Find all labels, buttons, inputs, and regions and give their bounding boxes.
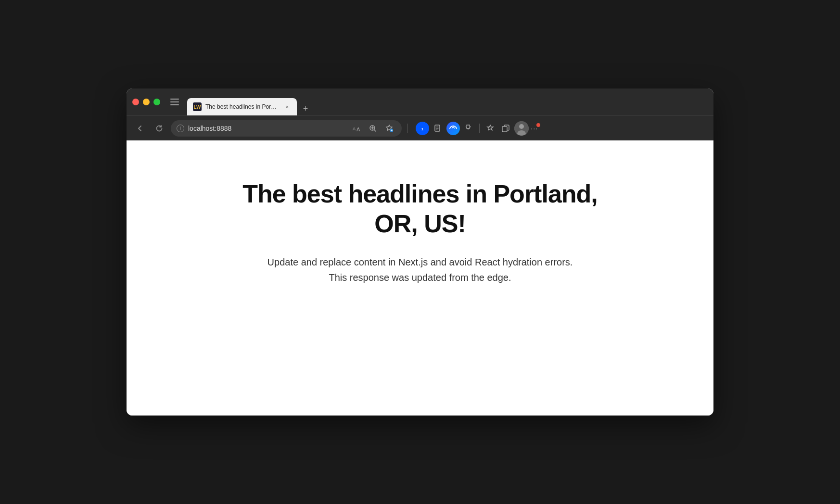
browser-window: LW The best headlines in Portlan × + i	[127, 88, 713, 416]
maximize-button[interactable]	[153, 99, 160, 105]
page-heading: The best headlines in Portland, OR, US!	[223, 179, 617, 239]
address-actions: A A +	[350, 122, 396, 135]
notification-badge	[536, 123, 540, 127]
back-button[interactable]	[132, 121, 148, 136]
bookmark-button[interactable]: +	[382, 122, 396, 135]
content-inner: The best headlines in Portland, OR, US! …	[204, 179, 636, 285]
onepassword-extension-icon[interactable]: 1	[416, 122, 429, 135]
extensions-area: 1	[416, 121, 538, 136]
page-description: Update and replace content in Next.js an…	[223, 254, 617, 285]
info-icon: i	[177, 125, 184, 132]
svg-rect-0	[170, 99, 179, 100]
svg-text:+: +	[391, 129, 393, 132]
toolbar-divider	[407, 124, 408, 133]
zoom-button[interactable]	[366, 122, 380, 135]
user-avatar[interactable]	[514, 121, 529, 136]
svg-rect-1	[170, 101, 179, 102]
page-content: The best headlines in Portland, OR, US! …	[127, 140, 713, 416]
tab-title: The best headlines in Portlan	[205, 103, 278, 110]
tab-favicon: LW	[193, 102, 202, 111]
more-menu-button[interactable]: ···	[531, 124, 538, 132]
svg-line-8	[374, 130, 376, 131]
close-button[interactable]	[132, 99, 139, 105]
svg-text:A: A	[353, 126, 356, 131]
text-size-button[interactable]: A A	[350, 122, 363, 135]
svg-text:A: A	[356, 126, 360, 132]
tab-close-button[interactable]: ×	[283, 103, 291, 111]
refresh-button[interactable]	[152, 121, 167, 136]
document-extension-icon[interactable]	[431, 122, 445, 135]
svg-text:1: 1	[421, 127, 424, 131]
extensions-puzzle-icon[interactable]	[462, 122, 475, 135]
svg-point-19	[519, 124, 524, 129]
minimize-button[interactable]	[143, 99, 150, 105]
sidebar-toggle-button[interactable]	[168, 95, 181, 109]
toolbar-divider-2	[479, 124, 480, 133]
address-bar[interactable]: i localhost:8888 A A	[171, 120, 402, 137]
title-bar: LW The best headlines in Portlan × +	[127, 88, 713, 115]
tab-bar: LW The best headlines in Portlan × +	[187, 88, 708, 115]
active-tab[interactable]: LW The best headlines in Portlan ×	[187, 98, 297, 115]
new-tab-button[interactable]: +	[299, 102, 312, 115]
svg-rect-17	[502, 126, 507, 132]
favorites-star-icon[interactable]	[484, 122, 497, 135]
traffic-lights	[132, 99, 160, 105]
svg-rect-2	[170, 104, 179, 105]
tab-copy-icon[interactable]	[499, 122, 512, 135]
toolbar: i localhost:8888 A A	[127, 115, 713, 140]
url-display: localhost:8888	[188, 125, 346, 132]
arc-extension-icon[interactable]	[446, 122, 460, 135]
